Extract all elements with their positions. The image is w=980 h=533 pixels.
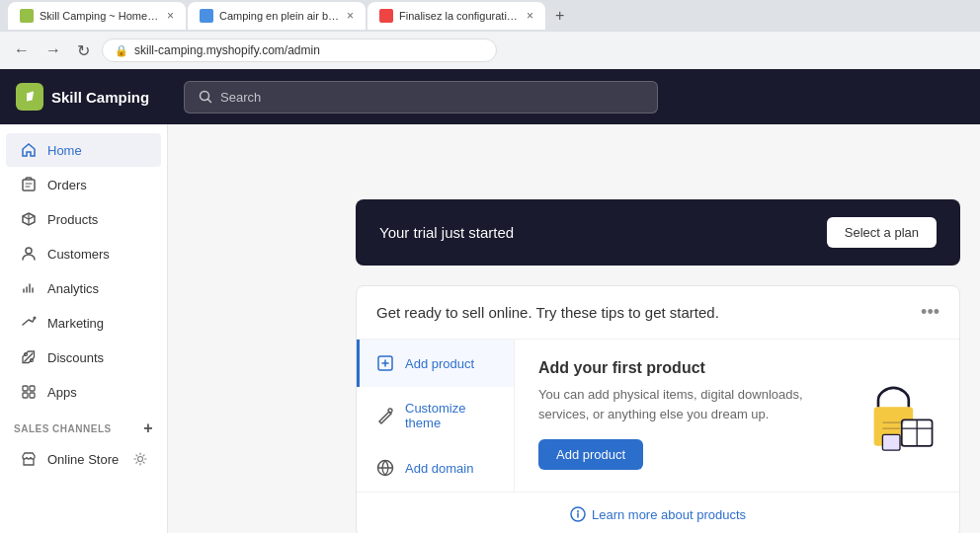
- browser-nav: ← → ↻ 🔒 skill-camping.myshopify.com/admi…: [0, 32, 980, 69]
- address-text: skill-camping.myshopify.com/admin: [134, 43, 320, 57]
- shopify-favicon: [20, 9, 34, 23]
- tab-label-camping: Camping en plein air batterie de...: [219, 10, 341, 22]
- browser-tab-shopify[interactable]: Skill Camping ~ Home ~ Shopify ×: [8, 2, 186, 30]
- browser-tab-gmail[interactable]: Finalisez la configuration de vo... ×: [368, 2, 545, 30]
- tab-label-shopify: Skill Camping ~ Home ~ Shopify: [40, 10, 161, 22]
- lock-icon: 🔒: [115, 44, 128, 57]
- gmail-favicon: [379, 9, 393, 23]
- tab-close-shopify[interactable]: ×: [167, 9, 174, 23]
- back-button[interactable]: ←: [10, 38, 34, 63]
- tab-label-gmail: Finalisez la configuration de vo...: [399, 10, 521, 22]
- browser-tab-camping[interactable]: Camping en plein air batterie de... ×: [188, 2, 366, 30]
- camping-favicon: [200, 9, 213, 23]
- refresh-button[interactable]: ↻: [73, 38, 94, 64]
- new-tab-button[interactable]: +: [547, 3, 572, 29]
- browser-tabs: Skill Camping ~ Home ~ Shopify × Camping…: [0, 0, 980, 32]
- tab-close-gmail[interactable]: ×: [527, 9, 533, 23]
- browser-chrome: Skill Camping ~ Home ~ Shopify × Camping…: [0, 0, 980, 69]
- tab-close-camping[interactable]: ×: [347, 9, 354, 23]
- forward-button[interactable]: →: [41, 38, 65, 63]
- address-bar[interactable]: 🔒 skill-camping.myshopify.com/admin: [102, 38, 497, 62]
